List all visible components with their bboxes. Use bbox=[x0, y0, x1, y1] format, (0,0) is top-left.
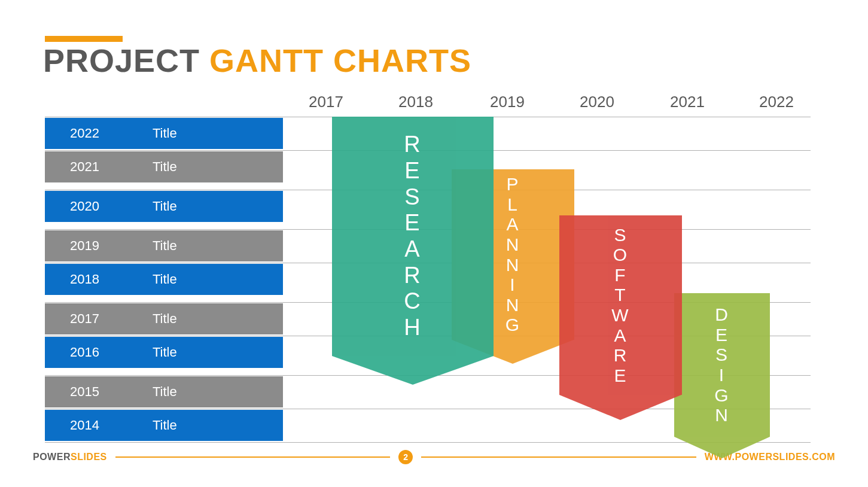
gantt-chart: 201720182019202020212022 2022Title2021Ti… bbox=[45, 93, 811, 443]
title-accent-bar bbox=[45, 36, 123, 42]
year-tick: 2021 bbox=[670, 93, 705, 111]
footer: POWERSLIDES 2 WWW.POWERSLIDES.COM bbox=[33, 450, 835, 464]
title-part2: GANTT CHARTS bbox=[209, 42, 471, 78]
year-tick: 2017 bbox=[309, 93, 343, 111]
grid-line bbox=[45, 375, 811, 376]
row-left-cell: 2020Title bbox=[45, 191, 283, 222]
row-left-cell: 2014Title bbox=[45, 410, 283, 441]
table-row: 2016Title bbox=[45, 336, 811, 369]
grid-line bbox=[45, 442, 811, 443]
row-year: 2014 bbox=[45, 418, 153, 433]
row-left-cell: 2018Title bbox=[45, 264, 283, 295]
grid-line bbox=[45, 263, 811, 263]
row-left-cell: 2022Title bbox=[45, 118, 283, 149]
row-title: Title bbox=[153, 126, 177, 141]
table-row: 2021Title bbox=[45, 150, 811, 184]
grid-line bbox=[45, 150, 811, 151]
table-row: 2020Title bbox=[45, 190, 811, 223]
row-title: Title bbox=[153, 311, 177, 327]
year-tick: 2020 bbox=[580, 93, 614, 111]
row-title: Title bbox=[153, 384, 177, 400]
year-tick: 2022 bbox=[759, 93, 794, 111]
page-title: PROJECT GANTT CHARTS bbox=[43, 42, 471, 79]
grid-line bbox=[45, 229, 811, 230]
row-left-cell: 2015Title bbox=[45, 376, 283, 407]
grid-line bbox=[45, 336, 811, 336]
row-year: 2020 bbox=[45, 199, 153, 214]
table-row: 2022Title bbox=[45, 117, 811, 150]
row-year: 2018 bbox=[45, 272, 153, 287]
brand-part2: SLIDES bbox=[71, 452, 107, 462]
row-year: 2017 bbox=[45, 311, 153, 327]
row-title: Title bbox=[153, 159, 177, 175]
footer-rule-right bbox=[421, 456, 696, 458]
grid-line bbox=[45, 302, 811, 303]
row-year: 2019 bbox=[45, 238, 153, 254]
title-part1: PROJECT bbox=[43, 42, 209, 78]
footer-brand: POWERSLIDES bbox=[33, 452, 107, 462]
table-row: 2014Title bbox=[45, 409, 811, 442]
footer-rule-left bbox=[115, 456, 390, 458]
row-year: 2022 bbox=[45, 126, 153, 141]
page-number-badge: 2 bbox=[398, 450, 413, 464]
row-year: 2021 bbox=[45, 159, 153, 175]
year-tick: 2018 bbox=[398, 93, 433, 111]
row-left-cell: 2016Title bbox=[45, 337, 283, 368]
row-title: Title bbox=[153, 199, 177, 214]
row-title: Title bbox=[153, 272, 177, 287]
year-tick: 2019 bbox=[490, 93, 525, 111]
row-year: 2015 bbox=[45, 384, 153, 400]
table-row: 2015Title bbox=[45, 375, 811, 409]
table-row: 2018Title bbox=[45, 263, 811, 296]
row-left-cell: 2019Title bbox=[45, 230, 283, 261]
x-axis-years: 201720182019202020212022 bbox=[45, 93, 811, 114]
grid-line bbox=[45, 190, 811, 190]
grid-line bbox=[45, 117, 811, 117]
table-row: 2017Title bbox=[45, 302, 811, 336]
table-row: 2019Title bbox=[45, 229, 811, 263]
row-title: Title bbox=[153, 238, 177, 254]
brand-part1: POWER bbox=[33, 452, 71, 462]
row-left-cell: 2021Title bbox=[45, 151, 283, 182]
row-title: Title bbox=[153, 345, 177, 360]
row-title: Title bbox=[153, 418, 177, 433]
row-left-cell: 2017Title bbox=[45, 303, 283, 334]
footer-url: WWW.POWERSLIDES.COM bbox=[705, 452, 835, 462]
grid-line bbox=[45, 409, 811, 409]
row-year: 2016 bbox=[45, 345, 153, 360]
